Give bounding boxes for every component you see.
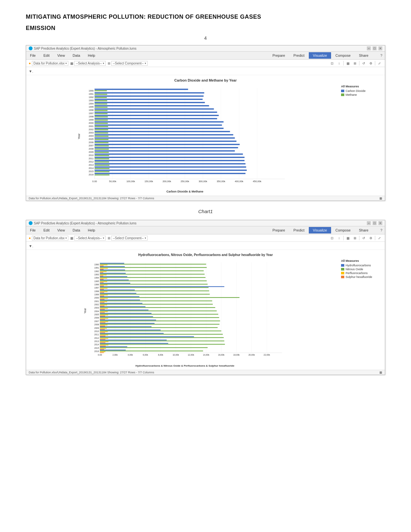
tb-icon-1d[interactable]: ⊞: [352, 61, 358, 66]
menu-view-1[interactable]: View: [56, 53, 66, 58]
tab-prepare-1[interactable]: Prepare: [268, 52, 289, 59]
menu-help-2[interactable]: Help: [87, 228, 97, 233]
svg-rect-142: [100, 272, 103, 273]
tb-icon-1b[interactable]: ↕: [336, 61, 342, 66]
titlebar-controls-2[interactable]: – □ ×: [367, 221, 382, 225]
tb-icon-1a[interactable]: ⊡: [329, 61, 335, 66]
tab-share-2[interactable]: Share: [355, 227, 373, 233]
svg-rect-35: [95, 103, 107, 104]
app-menubar-2: File Edit View Data Help Prepare Predict…: [26, 226, 385, 234]
tb-icon-2a[interactable]: ⊡: [329, 235, 335, 241]
component-item-2: ⊞ --Select Component-- ▾: [108, 236, 148, 241]
tb-icon-2e[interactable]: ↺: [361, 235, 367, 241]
legend-swatch-n2o: [341, 268, 344, 271]
legend-item-pfc: Perfluorocarbons: [341, 271, 380, 275]
analysis-select-2[interactable]: --Select Analysis-- ▾: [74, 236, 106, 241]
menu-help-1[interactable]: Help: [87, 53, 97, 58]
tab-predict-2[interactable]: Predict: [289, 227, 308, 233]
component-select-2[interactable]: --Select Component-- ▾: [111, 236, 148, 241]
svg-text:2005: 2005: [94, 313, 99, 316]
tab-visualize-2[interactable]: Visualize: [309, 227, 331, 233]
tb-divider-2c: [375, 236, 375, 240]
filter-icon-1[interactable]: ▼.: [29, 69, 33, 73]
svg-rect-172: [100, 292, 104, 293]
x-axis-label-2: Hydrofluorocarbons & Nitrous Oxide & Per…: [31, 364, 338, 367]
toolbar-right-1: ⊡ ↕ ▦ ⊞ ↺ ⚙ ⤢: [329, 61, 382, 66]
menu-file-2[interactable]: File: [29, 228, 37, 233]
maximize-button-2[interactable]: □: [373, 221, 377, 225]
tab-visualize-1[interactable]: Visualize: [309, 52, 331, 59]
close-button-1[interactable]: ×: [378, 46, 382, 50]
svg-text:14,00k: 14,00k: [203, 354, 209, 356]
svg-text:1999: 1999: [94, 293, 99, 296]
menu-edit-2[interactable]: Edit: [42, 228, 51, 233]
toolbar-right-2: ⊡ ↕ ▦ ⊞ ↺ ⚙ ⤢: [329, 235, 382, 241]
svg-rect-199: [100, 310, 149, 310]
minimize-button-2[interactable]: –: [367, 221, 371, 225]
tb-icon-2c[interactable]: ▦: [345, 235, 351, 241]
tb-icon-1f[interactable]: ⚙: [368, 61, 374, 66]
data-file-select-1[interactable]: Data for Pollution.xlsx ▾: [32, 61, 69, 66]
svg-rect-162: [100, 286, 104, 286]
tab-prepare-2[interactable]: Prepare: [268, 227, 289, 233]
svg-rect-152: [100, 279, 103, 280]
svg-rect-180: [100, 297, 240, 298]
close-button-2[interactable]: ×: [378, 221, 382, 225]
help-icon-1[interactable]: ?: [380, 54, 382, 57]
svg-rect-67: [95, 137, 235, 139]
svg-text:20,00k: 20,00k: [249, 354, 255, 356]
tab-share-1[interactable]: Share: [355, 52, 373, 59]
svg-rect-65: [95, 136, 109, 137]
svg-rect-245: [100, 341, 224, 341]
tb-icon-2f[interactable]: ⚙: [368, 235, 374, 241]
tb-icon-1g[interactable]: ⤢: [377, 61, 382, 66]
svg-rect-25: [95, 92, 204, 94]
maximize-button-1[interactable]: □: [373, 46, 377, 50]
statusbar-icon-2: ▦: [379, 371, 382, 374]
tb-divider-2a: [343, 236, 344, 240]
tb-divider-2b: [359, 236, 359, 240]
svg-rect-260: [100, 351, 203, 351]
svg-text:1990: 1990: [94, 263, 99, 266]
tab-compose-2[interactable]: Compose: [331, 227, 355, 233]
svg-rect-181: [100, 298, 108, 299]
tab-predict-1[interactable]: Predict: [289, 52, 308, 59]
svg-rect-237: [100, 336, 105, 337]
svg-text:300,00k: 300,00k: [199, 180, 207, 183]
data-file-select-2[interactable]: Data for Pollution.xlsx ▾: [32, 236, 69, 241]
x-axis-label-1: Carbon Dioxide & Methane: [31, 190, 338, 193]
minimize-button-1[interactable]: –: [367, 46, 371, 50]
tb-icon-2d[interactable]: ⊞: [352, 235, 358, 241]
titlebar-controls-1[interactable]: – □ ×: [367, 46, 382, 50]
svg-text:1993: 1993: [94, 273, 99, 276]
svg-rect-74: [95, 145, 109, 146]
svg-text:1996: 1996: [94, 283, 99, 286]
menu-file-1[interactable]: File: [29, 53, 37, 58]
help-icon-2[interactable]: ?: [380, 228, 382, 232]
filter-icon-2[interactable]: ▼.: [29, 244, 33, 248]
svg-text:2011: 2011: [89, 157, 94, 160]
svg-rect-165: [100, 287, 209, 288]
svg-rect-135: [100, 267, 207, 268]
svg-rect-41: [95, 110, 108, 111]
data-icon-1: ●: [29, 61, 31, 65]
svg-rect-129: [100, 263, 124, 264]
chart-main-1: Year 0.00 50,00k 100,00k 150,00k 200,00k…: [31, 85, 338, 193]
tb-icon-1e[interactable]: ↺: [361, 61, 367, 66]
analysis-select-1[interactable]: --Select Analysis-- ▾: [74, 61, 106, 66]
menu-edit-1[interactable]: Edit: [42, 53, 51, 58]
svg-text:18,00k: 18,00k: [233, 354, 240, 356]
menu-data-1[interactable]: Data: [71, 53, 81, 58]
component-select-1[interactable]: --Select Component-- ▾: [111, 61, 148, 66]
svg-rect-145: [100, 274, 205, 275]
svg-rect-191: [100, 305, 107, 306]
svg-rect-240: [100, 337, 224, 338]
tab-compose-1[interactable]: Compose: [331, 52, 355, 59]
tb-icon-1c[interactable]: ▦: [345, 61, 351, 66]
svg-text:16,00k: 16,00k: [218, 354, 225, 356]
menu-view-2[interactable]: View: [56, 228, 66, 233]
tb-icon-2b[interactable]: ↕: [336, 235, 342, 241]
tb-icon-2g[interactable]: ⤢: [377, 235, 382, 241]
menu-data-2[interactable]: Data: [71, 228, 81, 233]
svg-rect-155: [100, 281, 207, 281]
